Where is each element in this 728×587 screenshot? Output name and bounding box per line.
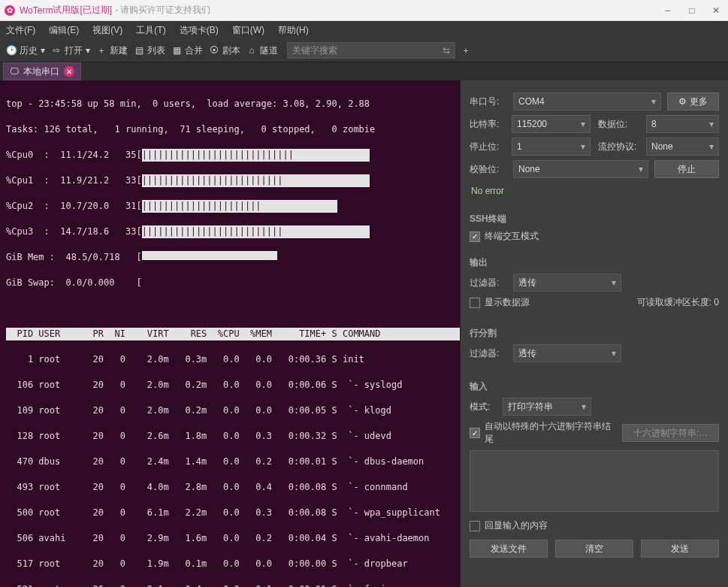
tunnel-button[interactable]: ⌂隧道 bbox=[246, 44, 278, 57]
menu-view[interactable]: 视图(V) bbox=[92, 24, 122, 37]
databits-select[interactable]: 8 bbox=[646, 115, 719, 133]
clear-button[interactable]: 清空 bbox=[555, 540, 633, 558]
menu-window[interactable]: 窗口(W) bbox=[232, 24, 264, 37]
script-button[interactable]: ⦿剧本 bbox=[209, 44, 240, 57]
top-summary: top - 23:45:58 up 58 min, 0 users, load … bbox=[6, 98, 454, 110]
terminal-output[interactable]: top - 23:45:58 up 58 min, 0 users, load … bbox=[0, 80, 460, 587]
list-button[interactable]: ▤列表 bbox=[134, 44, 165, 57]
ssh-section: SSH终端 bbox=[470, 213, 719, 225]
linesplit-section: 行分割 bbox=[470, 327, 719, 340]
close-window-button[interactable]: ✕ bbox=[704, 0, 728, 20]
port-label: 串口号: bbox=[470, 95, 507, 108]
toolbar: 🕑历史 ▾ ⇨打开 ▾ ＋新建 ▤列表 ▦合并 ⦿剧本 ⌂隧道 关键字搜索⇆ ＋ bbox=[0, 39, 728, 62]
tasks-summary: Tasks: 126 total, 1 running, 71 sleeping… bbox=[6, 123, 454, 136]
linesplit-filter-select[interactable]: 透传 bbox=[513, 344, 621, 362]
menu-tabs[interactable]: 选项卡(B) bbox=[180, 24, 219, 37]
process-row: 128 root 20 0 2.6m 1.8m 0.0 0.3 0:00.32 … bbox=[6, 430, 454, 443]
app-trial: 试用版[已过期] bbox=[53, 4, 112, 17]
baud-select[interactable]: 115200 bbox=[512, 115, 591, 133]
app-subtitle: - 请购买许可证支持我们 bbox=[115, 4, 210, 17]
merge-button[interactable]: ▦合并 bbox=[171, 44, 203, 57]
process-row: 500 root 20 0 6.1m 2.2m 0.0 0.3 0:00.08 … bbox=[6, 507, 454, 519]
process-row: 109 root 20 0 2.0m 0.2m 0.0 0.0 0:00.05 … bbox=[6, 404, 454, 417]
baud-label: 比特率: bbox=[470, 118, 507, 131]
monitor-icon: 🖵 bbox=[10, 66, 19, 77]
tabstrip: 🖵 本地串口 ✕ bbox=[0, 62, 728, 80]
minimize-button[interactable]: – bbox=[656, 0, 680, 20]
process-row: 506 avahi 20 0 2.9m 1.6m 0.0 0.2 0:00.04… bbox=[6, 532, 454, 545]
check-icon: ✓ bbox=[470, 231, 480, 242]
menu-help[interactable]: 帮助(H) bbox=[278, 24, 309, 37]
more-button[interactable]: ⚙更多 bbox=[667, 92, 719, 110]
stopbits-label: 停止位: bbox=[470, 141, 507, 153]
menu-file[interactable]: 文件(F) bbox=[6, 24, 35, 37]
process-row: 470 dbus 20 0 2.4m 1.4m 0.0 0.2 0:00.01 … bbox=[6, 455, 454, 468]
output-filter-select[interactable]: 透传 bbox=[513, 274, 621, 292]
parity-select[interactable]: None bbox=[513, 160, 648, 178]
echo-input-checkbox[interactable]: 回显输入的内容 bbox=[470, 519, 548, 532]
flow-select[interactable]: None bbox=[646, 138, 719, 156]
titlebar: ✿ WoTerm 试用版[已过期] - 请购买许可证支持我们 – □ ✕ bbox=[0, 0, 728, 21]
script-icon: ⦿ bbox=[209, 45, 219, 56]
stop-button[interactable]: 停止 bbox=[654, 160, 719, 178]
new-button[interactable]: ＋新建 bbox=[96, 44, 128, 57]
plus-icon: ＋ bbox=[96, 44, 107, 57]
share-icon: ⇨ bbox=[51, 45, 62, 56]
databits-label: 数据位: bbox=[598, 118, 642, 131]
app-icon: ✿ bbox=[5, 5, 15, 16]
mode-label: 模式: bbox=[470, 401, 497, 413]
swap-icon: ⇆ bbox=[443, 45, 450, 56]
input-mode-select[interactable]: 打印字符串 bbox=[503, 398, 591, 416]
tab-label: 本地串口 bbox=[23, 65, 59, 78]
status-text: No error bbox=[470, 183, 719, 199]
flow-label: 流控协议: bbox=[598, 141, 642, 153]
process-row: 493 root 20 0 4.0m 2.8m 0.0 0.4 0:00.08 … bbox=[6, 481, 454, 494]
serial-config-panel: 串口号: COM4 ⚙更多 比特率: 115200 数据位: 8 停止位: 1 … bbox=[460, 80, 728, 587]
send-file-button[interactable]: 发送文件 bbox=[470, 540, 548, 558]
menu-edit[interactable]: 编辑(E) bbox=[49, 24, 79, 37]
buffer-length-label: 可读取缓冲区长度: bbox=[637, 297, 711, 307]
close-tab-button[interactable]: ✕ bbox=[64, 66, 74, 77]
buffer-length-value: 0 bbox=[714, 297, 719, 307]
history-button[interactable]: 🕑历史 ▾ bbox=[6, 44, 45, 57]
search-add-button[interactable]: ＋ bbox=[461, 44, 470, 57]
filter-label: 过滤器: bbox=[470, 277, 507, 289]
gear-icon: ⚙ bbox=[678, 96, 687, 107]
send-textarea[interactable] bbox=[470, 450, 719, 512]
menubar: 文件(F) 编辑(E) 视图(V) 工具(T) 选项卡(B) 窗口(W) 帮助(… bbox=[0, 21, 728, 39]
output-section: 输出 bbox=[470, 256, 719, 269]
parity-label: 校验位: bbox=[470, 163, 507, 176]
port-select[interactable]: COM4 bbox=[513, 92, 661, 110]
menu-tools[interactable]: 工具(T) bbox=[136, 24, 165, 37]
stopbits-select[interactable]: 1 bbox=[512, 138, 591, 156]
open-button[interactable]: ⇨打开 ▾ bbox=[51, 44, 90, 57]
app-title: WoTerm bbox=[20, 5, 53, 16]
maximize-button[interactable]: □ bbox=[680, 0, 704, 20]
clock-icon: 🕑 bbox=[6, 45, 17, 56]
show-source-checkbox[interactable]: 显示数据源 bbox=[470, 296, 530, 309]
merge-icon: ▦ bbox=[171, 45, 182, 56]
ssh-interactive-checkbox[interactable]: ✓ 终端交互模式 bbox=[470, 230, 719, 243]
check-icon: ✓ bbox=[470, 428, 480, 438]
hex-string-field[interactable]: 十六进制字符串:… bbox=[622, 424, 719, 442]
send-button[interactable]: 发送 bbox=[641, 540, 719, 558]
tab-local-serial[interactable]: 🖵 本地串口 ✕ bbox=[3, 62, 81, 80]
process-header: PID USER PR NI VIRT RES %CPU %MEM TIME+ … bbox=[6, 328, 460, 340]
process-row: 521 root 20 0 2.1m 0.4m 0.0 0.1 0:00.01 … bbox=[6, 583, 454, 587]
input-section: 输入 bbox=[470, 380, 719, 393]
list-icon: ▤ bbox=[134, 45, 144, 56]
auto-hex-suffix-checkbox[interactable]: ✓ 自动以特殊的十六进制字符串结尾 bbox=[470, 420, 616, 446]
check-icon bbox=[470, 521, 480, 531]
tunnel-icon: ⌂ bbox=[246, 45, 257, 56]
check-icon bbox=[470, 298, 480, 308]
process-row: 517 root 20 0 1.9m 0.1m 0.0 0.0 0:00.00 … bbox=[6, 558, 454, 570]
process-row: 1 root 20 0 2.0m 0.3m 0.0 0.0 0:00.36 S … bbox=[6, 353, 454, 366]
process-row: 106 root 20 0 2.0m 0.2m 0.0 0.0 0:00.06 … bbox=[6, 379, 454, 392]
keyword-search-input[interactable]: 关键字搜索⇆ bbox=[287, 42, 455, 59]
filter2-label: 过滤器: bbox=[470, 347, 507, 360]
